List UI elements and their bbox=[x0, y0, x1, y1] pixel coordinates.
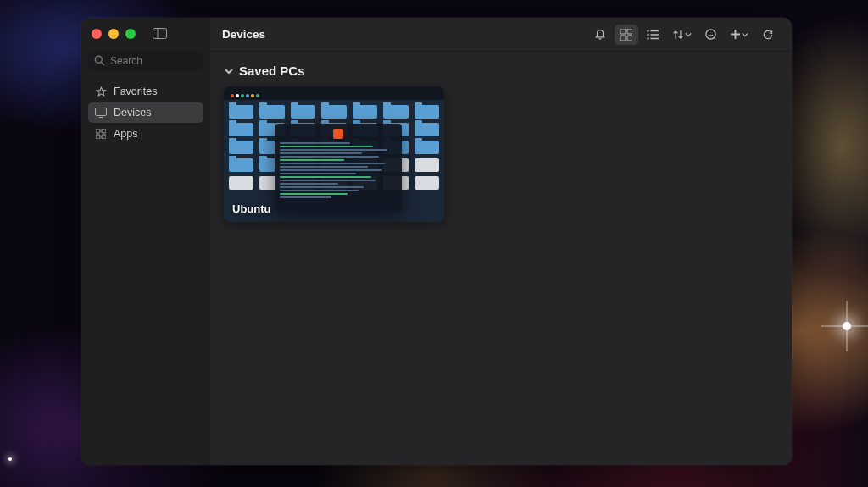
refresh-icon bbox=[762, 29, 774, 41]
chevron-down-icon bbox=[742, 31, 748, 38]
svg-rect-9 bbox=[102, 135, 106, 139]
pc-card-ubuntu[interactable]: Ubuntu bbox=[224, 86, 444, 222]
minimize-window-button[interactable] bbox=[108, 29, 119, 39]
filter-button[interactable] bbox=[698, 25, 722, 45]
grid-icon bbox=[620, 29, 632, 41]
main-area: Devices bbox=[210, 18, 792, 465]
plus-icon bbox=[730, 29, 741, 40]
wallpaper-star bbox=[843, 322, 851, 330]
window-controls bbox=[88, 26, 203, 46]
svg-point-18 bbox=[647, 37, 648, 39]
search-field[interactable] bbox=[88, 51, 203, 71]
toolbar: Devices bbox=[210, 18, 792, 52]
svg-point-14 bbox=[647, 30, 648, 31]
sort-icon bbox=[672, 29, 684, 41]
svg-point-16 bbox=[647, 33, 648, 35]
sidebar-item-label: Favorites bbox=[114, 86, 157, 97]
chevron-down-icon bbox=[224, 66, 234, 76]
svg-rect-10 bbox=[620, 29, 626, 34]
sidebar-item-devices[interactable]: Devices bbox=[88, 102, 203, 123]
refresh-button[interactable] bbox=[756, 25, 780, 45]
filter-icon bbox=[704, 28, 717, 41]
svg-point-2 bbox=[95, 56, 102, 63]
svg-point-20 bbox=[705, 30, 715, 39]
page-title: Devices bbox=[222, 28, 265, 41]
content-area: Saved PCs bbox=[210, 52, 792, 465]
sidebar-item-label: Devices bbox=[114, 107, 151, 119]
wallpaper-star bbox=[8, 457, 12, 461]
fullscreen-window-button[interactable] bbox=[125, 29, 136, 39]
pc-name-label: Ubuntu bbox=[232, 202, 270, 215]
svg-rect-0 bbox=[153, 29, 167, 39]
search-icon bbox=[94, 55, 105, 66]
list-icon bbox=[647, 30, 659, 40]
svg-rect-11 bbox=[627, 29, 632, 34]
sidebar-item-favorites[interactable]: Favorites bbox=[88, 81, 203, 102]
section-title: Saved PCs bbox=[239, 64, 305, 78]
svg-line-3 bbox=[101, 62, 104, 65]
list-view-button[interactable] bbox=[641, 25, 665, 45]
pc-grid: Ubuntu bbox=[224, 86, 778, 222]
section-header[interactable]: Saved PCs bbox=[224, 64, 778, 78]
bell-icon bbox=[594, 29, 606, 41]
svg-rect-8 bbox=[96, 135, 100, 139]
pc-thumbnail bbox=[224, 86, 444, 222]
svg-rect-6 bbox=[96, 129, 100, 133]
app-window: Favorites Devices Apps Devices bbox=[81, 18, 792, 465]
svg-rect-12 bbox=[620, 36, 626, 41]
ubuntu-logo-icon bbox=[333, 129, 343, 139]
display-icon bbox=[95, 108, 107, 118]
grid-view-button[interactable] bbox=[615, 25, 638, 45]
sort-menu-button[interactable] bbox=[667, 25, 696, 45]
close-window-button[interactable] bbox=[92, 29, 102, 39]
star-icon bbox=[95, 86, 107, 97]
svg-rect-13 bbox=[627, 36, 632, 41]
sidebar: Favorites Devices Apps bbox=[81, 18, 210, 465]
svg-rect-7 bbox=[102, 129, 106, 133]
search-input[interactable] bbox=[88, 51, 203, 71]
toggle-sidebar-button[interactable] bbox=[153, 28, 167, 39]
sidebar-item-label: Apps bbox=[114, 128, 138, 140]
chevron-down-icon bbox=[685, 31, 692, 38]
sidebar-item-apps[interactable]: Apps bbox=[88, 124, 203, 144]
sidebar-nav: Favorites Devices Apps bbox=[88, 81, 203, 144]
add-menu-button[interactable] bbox=[725, 25, 754, 45]
notifications-button[interactable] bbox=[588, 25, 612, 45]
svg-rect-4 bbox=[96, 108, 107, 116]
apps-grid-icon bbox=[95, 129, 107, 139]
